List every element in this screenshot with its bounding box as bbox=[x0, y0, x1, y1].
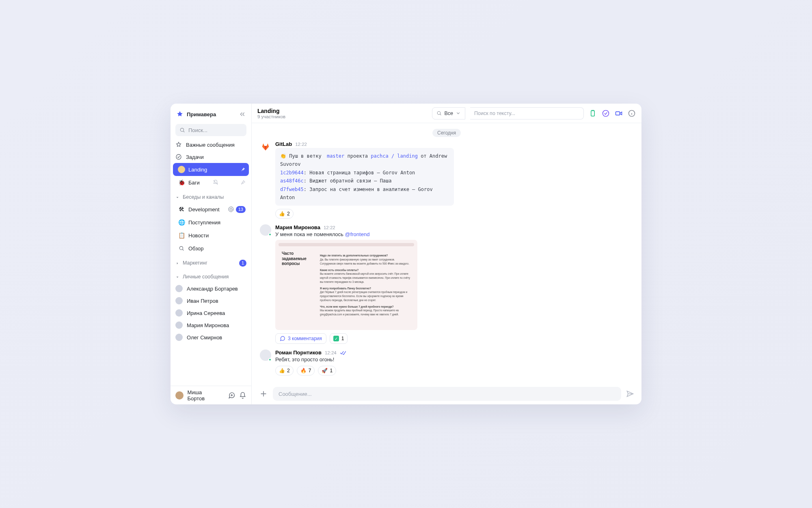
commit-sha[interactable]: as48f46c bbox=[280, 178, 304, 184]
thread-button[interactable]: 3 комментария bbox=[275, 333, 326, 344]
nav-important[interactable]: Важные сообщения bbox=[171, 139, 251, 151]
search-icon bbox=[179, 127, 185, 133]
check-circle-icon bbox=[175, 154, 182, 160]
clipboard-icon: 📋 bbox=[178, 232, 185, 239]
message-search-input[interactable]: Поиск по тексту... bbox=[470, 107, 584, 119]
read-receipt-icon bbox=[340, 350, 346, 355]
task-check-icon[interactable] bbox=[602, 109, 610, 117]
reaction-rocket[interactable]: 🚀 1 bbox=[318, 366, 336, 376]
channel-inbox[interactable]: 🌐 Поступления bbox=[173, 216, 249, 229]
channel-landing-icon bbox=[178, 166, 185, 173]
clipboard-icon[interactable] bbox=[589, 109, 597, 117]
message-list[interactable]: Сегодня GitLab 12:22 👏 Пуш в ветку maste… bbox=[252, 123, 641, 383]
message-time: 12:22 bbox=[324, 225, 335, 230]
message-roman: Роман Порнтиков 12:24 Ребят, это просто … bbox=[260, 350, 633, 376]
section-channels-header[interactable]: Беседы и каналы bbox=[171, 191, 251, 203]
me-name[interactable]: Миша Бортов bbox=[188, 389, 220, 402]
avatar bbox=[175, 321, 183, 329]
gitlab-icon bbox=[261, 142, 270, 151]
nav-tasks[interactable]: Задачи bbox=[171, 151, 251, 163]
bell-icon[interactable] bbox=[239, 392, 246, 399]
muted-icon bbox=[213, 180, 218, 185]
presence-online-icon bbox=[268, 233, 272, 236]
caret-down-icon bbox=[175, 275, 179, 279]
unread-badge: 1 bbox=[239, 260, 246, 267]
avatar bbox=[260, 224, 271, 236]
channel-landing[interactable]: Landing bbox=[173, 163, 249, 176]
app-window: Примавера Поиск... Важные сообщения Зада… bbox=[171, 104, 641, 404]
reaction-thumbs-up[interactable]: 👍 2 bbox=[275, 209, 294, 219]
mention-icon bbox=[228, 206, 234, 213]
message-time: 12:22 bbox=[295, 142, 307, 147]
gitlab-push-card: 👏 Пуш в ветку master проекта pachca / la… bbox=[275, 148, 454, 206]
message-gitlab: GitLab 12:22 👏 Пуш в ветку master проект… bbox=[260, 141, 633, 219]
channel-subtitle[interactable]: 9 участников bbox=[257, 114, 285, 119]
tools-icon: 🛠 bbox=[178, 206, 185, 213]
gitlab-avatar bbox=[260, 141, 271, 152]
avatar bbox=[175, 297, 183, 304]
dm-item[interactable]: Мария Миронова bbox=[171, 319, 251, 331]
dm-item[interactable]: Ирина Сереева bbox=[171, 307, 251, 319]
thread-icon bbox=[280, 336, 285, 341]
dm-item[interactable]: Олег Смирнов bbox=[171, 331, 251, 343]
svg-rect-7 bbox=[616, 111, 620, 115]
dm-item[interactable]: Иван Петров bbox=[171, 295, 251, 307]
attach-button[interactable] bbox=[259, 389, 268, 398]
svg-point-4 bbox=[438, 111, 441, 115]
pin-outline-icon[interactable] bbox=[240, 180, 246, 185]
star-icon bbox=[175, 141, 182, 148]
channel-title: Landing bbox=[257, 108, 285, 114]
avatar bbox=[175, 285, 183, 292]
author-name: Мария Миронова bbox=[275, 224, 320, 230]
reaction-fire[interactable]: 🔥 7 bbox=[297, 366, 315, 376]
message-maria: Мария Миронова 12:22 У меня пока не поме… bbox=[260, 224, 633, 344]
send-button[interactable] bbox=[626, 390, 634, 398]
video-call-icon[interactable] bbox=[615, 109, 623, 117]
sidebar-footer: Миша Бортов bbox=[171, 386, 251, 404]
section-dm-header[interactable]: Личные сообщения bbox=[171, 271, 251, 282]
me-avatar[interactable] bbox=[175, 391, 184, 399]
avatar bbox=[175, 334, 183, 341]
sidebar-search[interactable]: Поиск... bbox=[175, 124, 246, 136]
commit-sha[interactable]: d7fweb45 bbox=[280, 187, 304, 192]
svg-point-3 bbox=[179, 246, 183, 250]
chevron-down-icon bbox=[456, 111, 461, 116]
image-attachment[interactable]: Часто задаваемые вопросы Надо ли платить… bbox=[275, 240, 417, 330]
svg-point-6 bbox=[603, 110, 609, 116]
section-marketing-header[interactable]: Маркетинг 1 bbox=[171, 257, 251, 269]
composer-bar: Сообщение... bbox=[252, 383, 641, 404]
svg-point-0 bbox=[180, 128, 184, 131]
reaction-check[interactable]: ✓ 1 bbox=[330, 333, 348, 344]
svg-point-1 bbox=[176, 154, 181, 159]
channel-development[interactable]: 🛠 Development 13 bbox=[173, 203, 249, 216]
composer-input[interactable]: Сообщение... bbox=[273, 387, 621, 401]
workspace-switcher[interactable]: Примавера bbox=[175, 108, 246, 121]
channel-news[interactable]: 📋 Новости bbox=[173, 229, 249, 242]
globe-icon: 🌐 bbox=[178, 219, 185, 226]
workspace-logo-icon bbox=[176, 111, 184, 118]
bug-icon: 🐞 bbox=[178, 179, 185, 186]
commit-sha[interactable]: 1c2b9644 bbox=[280, 170, 304, 176]
reaction-thumbs-up[interactable]: 👍 2 bbox=[275, 366, 294, 376]
search-small-icon bbox=[178, 245, 185, 252]
channel-bugs[interactable]: 🐞 Баги bbox=[173, 176, 249, 189]
channel-header: Landing 9 участников Все Поиск по тексту… bbox=[252, 104, 641, 123]
main-panel: Landing 9 участников Все Поиск по тексту… bbox=[252, 104, 641, 404]
search-icon bbox=[436, 111, 442, 116]
sidebar-search-placeholder: Поиск... bbox=[188, 127, 207, 133]
collapse-sidebar-icon[interactable] bbox=[239, 111, 246, 117]
new-message-icon[interactable] bbox=[228, 392, 235, 399]
author-name: GitLab bbox=[275, 141, 292, 147]
dm-item[interactable]: Александр Бортарев bbox=[171, 282, 251, 295]
check-square-icon: ✓ bbox=[333, 336, 339, 341]
mention-link[interactable]: @frontend bbox=[345, 231, 369, 237]
workspace-name: Примавера bbox=[187, 111, 216, 117]
message-text: У меня пока не поменялось @frontend bbox=[275, 231, 633, 237]
channel-review[interactable]: Обзор bbox=[173, 242, 249, 255]
caret-right-icon bbox=[175, 261, 179, 265]
message-time: 12:24 bbox=[325, 350, 337, 355]
avatar bbox=[260, 350, 271, 361]
info-icon[interactable] bbox=[628, 109, 636, 117]
sidebar: Примавера Поиск... Важные сообщения Зада… bbox=[171, 104, 252, 404]
filter-dropdown[interactable]: Все bbox=[432, 107, 465, 119]
